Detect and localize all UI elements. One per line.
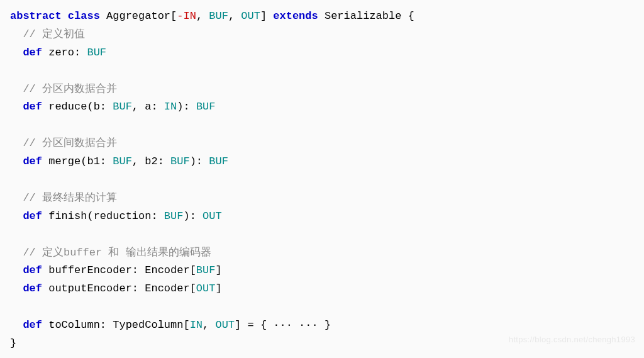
code-line-6: def bufferEncoder: Encoder[BUF] bbox=[10, 262, 634, 280]
type-buf: BUF bbox=[196, 264, 216, 276]
keyword-def: def bbox=[23, 47, 42, 59]
type-buf: BUF bbox=[87, 47, 106, 59]
keyword-abstract: abstract bbox=[10, 10, 62, 22]
keyword-def: def bbox=[23, 155, 42, 167]
type-buf: BUF bbox=[209, 155, 228, 167]
keyword-extends: extends bbox=[273, 10, 318, 22]
type-buf: BUF bbox=[209, 10, 228, 22]
type-buf: BUF bbox=[196, 101, 216, 113]
keyword-def: def bbox=[23, 264, 42, 276]
type-buf: BUF bbox=[113, 155, 132, 167]
blank-line bbox=[10, 226, 634, 244]
keyword-def: def bbox=[23, 101, 42, 113]
comment-5: // 定义buffer 和 输出结果的编码器 bbox=[10, 244, 634, 262]
watermark: https://blog.csdn.net/chengh1993 bbox=[509, 333, 635, 347]
blank-line bbox=[10, 62, 634, 81]
type-out: OUT bbox=[203, 210, 222, 222]
code-line-8: def toColumn: TypedColumn[IN, OUT] = { ·… bbox=[10, 316, 634, 335]
code-block: abstract class Aggregator[-IN, BUF, OUT]… bbox=[10, 8, 634, 353]
comment-3: // 分区间数据合并 bbox=[10, 135, 634, 153]
type-buf: BUF bbox=[164, 210, 184, 222]
classname: Aggregator[ bbox=[100, 10, 177, 22]
keyword-def: def bbox=[23, 282, 42, 294]
keyword-def: def bbox=[23, 319, 42, 331]
type-buf: BUF bbox=[170, 155, 190, 167]
type-in: IN bbox=[190, 319, 203, 331]
comment-2: // 分区内数据合并 bbox=[10, 81, 634, 99]
code-line-3: def reduce(b: BUF, a: IN): BUF bbox=[10, 98, 634, 116]
code-line-1: abstract class Aggregator[-IN, BUF, OUT]… bbox=[10, 8, 634, 26]
blank-line bbox=[10, 171, 634, 189]
blank-line bbox=[10, 116, 634, 135]
type-neg-in: -IN bbox=[177, 10, 196, 22]
keyword-class: class bbox=[68, 10, 100, 22]
code-line-2: def zero: BUF bbox=[10, 44, 634, 62]
comment-4: // 最终结果的计算 bbox=[10, 189, 634, 208]
code-line-7: def outputEncoder: Encoder[OUT] bbox=[10, 280, 634, 298]
type-in: IN bbox=[164, 101, 177, 113]
comment-1: // 定义初值 bbox=[10, 26, 634, 44]
type-out: OUT bbox=[241, 10, 260, 22]
blank-line bbox=[10, 298, 634, 316]
type-buf: BUF bbox=[113, 101, 132, 113]
code-line-5: def finish(reduction: BUF): OUT bbox=[10, 208, 634, 226]
keyword-def: def bbox=[23, 210, 42, 222]
type-out: OUT bbox=[215, 319, 235, 331]
type-out: OUT bbox=[196, 282, 216, 294]
code-line-4: def merge(b1: BUF, b2: BUF): BUF bbox=[10, 153, 634, 171]
